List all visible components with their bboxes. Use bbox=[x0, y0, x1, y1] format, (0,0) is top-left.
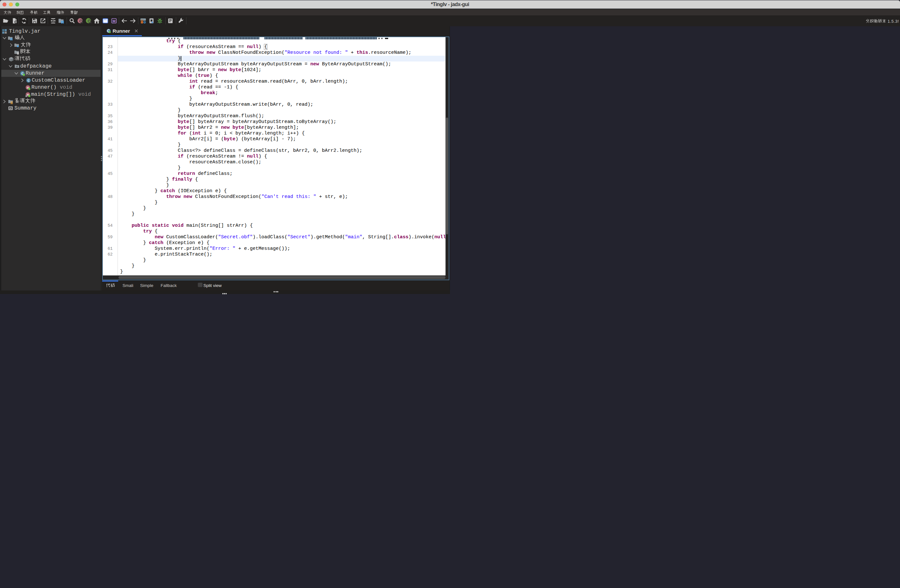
svg-text:M: M bbox=[112, 19, 115, 23]
svg-text:C: C bbox=[27, 79, 29, 83]
